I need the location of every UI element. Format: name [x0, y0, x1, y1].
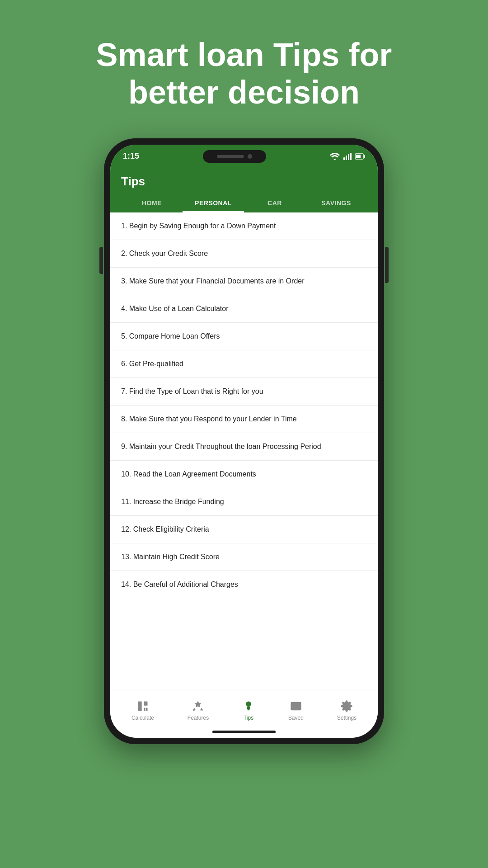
headline-line2: better decision — [128, 74, 360, 110]
tip-item[interactable]: 9. Maintain your Credit Throughout the l… — [110, 433, 378, 461]
phone-screen: 1:15 — [110, 145, 378, 738]
svg-rect-0 — [343, 157, 345, 160]
tab-home[interactable]: HOME — [121, 195, 183, 212]
nav-features-label: Features — [188, 715, 209, 721]
battery-icon — [355, 153, 365, 160]
notch-dot — [248, 154, 252, 159]
svg-rect-2 — [348, 154, 349, 160]
svg-rect-5 — [364, 155, 365, 158]
svg-rect-7 — [138, 701, 141, 711]
nav-tips[interactable]: Tips — [242, 700, 255, 721]
tip-item[interactable]: 7. Find the Type of Loan that is Right f… — [110, 378, 378, 406]
tip-item[interactable]: 14. Be Careful of Additional Charges — [110, 571, 378, 598]
tip-item[interactable]: 11. Increase the Bridge Funding — [110, 488, 378, 516]
svg-rect-3 — [350, 153, 352, 160]
phone-mockup: 1:15 — [104, 138, 384, 744]
tip-item[interactable]: 3. Make Sure that your Financial Documen… — [110, 268, 378, 295]
tab-savings[interactable]: SAVINGS — [305, 195, 367, 212]
saved-icon — [290, 700, 302, 712]
tab-personal[interactable]: PERSONAL — [183, 195, 244, 212]
nav-saved-label: Saved — [288, 715, 304, 721]
nav-settings[interactable]: Settings — [337, 700, 357, 721]
status-icons — [330, 153, 365, 160]
nav-calculate-label: Calculate — [131, 715, 154, 721]
svg-rect-8 — [144, 701, 147, 705]
tips-list: 1. Begin by Saving Enough for a Down Pay… — [110, 212, 378, 690]
nav-features[interactable]: Features — [188, 700, 209, 721]
svg-rect-12 — [248, 708, 250, 710]
home-bar — [212, 731, 276, 733]
svg-rect-1 — [346, 156, 347, 160]
tip-item[interactable]: 6. Get Pre-qualified — [110, 350, 378, 378]
settings-icon — [340, 700, 353, 712]
nav-settings-label: Settings — [337, 715, 357, 721]
tip-item[interactable]: 13. Maintain High Credit Score — [110, 543, 378, 571]
tip-item[interactable]: 10. Read the Loan Agreement Documents — [110, 461, 378, 488]
calculate-icon — [136, 700, 149, 712]
tips-icon — [242, 700, 255, 712]
status-bar: 1:15 — [110, 145, 378, 168]
svg-point-11 — [246, 701, 251, 707]
notch-bar — [217, 155, 244, 158]
notch — [203, 150, 266, 163]
tip-item[interactable]: 1. Begin by Saving Enough for a Down Pay… — [110, 212, 378, 240]
nav-tips-label: Tips — [244, 715, 253, 721]
tabs-container: HOME PERSONAL CAR SAVINGS — [121, 195, 367, 212]
tip-item[interactable]: 8. Make Sure that you Respond to your Le… — [110, 406, 378, 433]
tip-item[interactable]: 4. Make Use of a Loan Calculator — [110, 295, 378, 323]
status-time: 1:15 — [123, 151, 139, 161]
nav-saved[interactable]: Saved — [288, 700, 304, 721]
tip-item[interactable]: 5. Compare Home Loan Offers — [110, 323, 378, 350]
tip-item[interactable]: 12. Check Eligibility Criteria — [110, 516, 378, 543]
bottom-nav: Calculate Features Tips — [110, 690, 378, 731]
page-headline: Smart loan Tips for better decision — [69, 36, 419, 111]
app-header: Tips HOME PERSONAL CAR SAVINGS — [110, 168, 378, 212]
svg-rect-6 — [356, 155, 361, 158]
tab-car[interactable]: CAR — [244, 195, 305, 212]
headline-line1: Smart loan Tips for — [96, 37, 392, 73]
signal-icon — [343, 153, 352, 160]
wifi-icon — [330, 153, 340, 160]
svg-rect-10 — [146, 708, 148, 711]
nav-calculate[interactable]: Calculate — [131, 700, 154, 721]
features-icon — [192, 700, 204, 712]
app-title: Tips — [121, 175, 367, 189]
tip-item[interactable]: 2. Check your Credit Score — [110, 240, 378, 268]
svg-rect-9 — [144, 708, 145, 711]
